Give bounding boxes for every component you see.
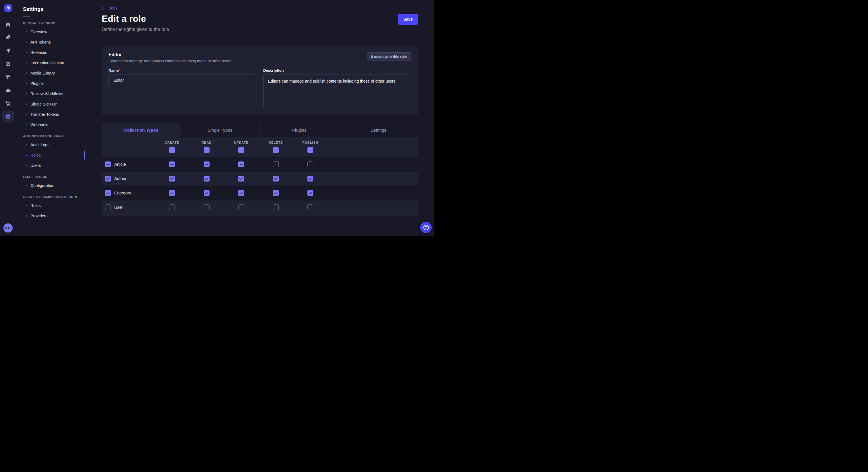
- select-all-create[interactable]: [169, 147, 175, 153]
- tab-collection-types[interactable]: Collection Types: [102, 123, 181, 137]
- checkbox-category-delete[interactable]: [273, 190, 279, 196]
- sidebar-item-api-tokens[interactable]: API Tokens: [16, 37, 85, 47]
- bullet-icon: [26, 93, 27, 94]
- rail-item-media-library[interactable]: [2, 58, 14, 70]
- checkbox-article-delete[interactable]: [273, 162, 279, 167]
- row-name-cell: Category: [105, 190, 155, 196]
- checkbox-category-publish[interactable]: [307, 190, 313, 196]
- help-button[interactable]: ?: [420, 222, 432, 233]
- row-checkbox-user[interactable]: [105, 204, 111, 210]
- bullet-icon: [26, 103, 27, 105]
- role-card-heading: Editor Editors can manage and publish co…: [108, 52, 232, 63]
- checkbox-category-create[interactable]: [169, 190, 175, 196]
- checkbox-author-publish[interactable]: [307, 176, 313, 181]
- sidebar-item-label: Single Sign-On: [30, 102, 57, 106]
- sidebar-item-label: Releases: [30, 50, 47, 55]
- checkbox-article-create[interactable]: [169, 162, 175, 167]
- rail-item-layout[interactable]: [2, 71, 14, 83]
- sidebar-item-audit-logs[interactable]: Audit Logs: [16, 140, 85, 150]
- name-input[interactable]: [108, 74, 256, 86]
- select-all-publish[interactable]: [307, 147, 313, 153]
- checkbox-user-publish[interactable]: [307, 204, 313, 210]
- permissions-table: CREATEREADUPDATEDELETEPUBLISH ArticleAut…: [102, 137, 418, 216]
- rail-item-paper-plane[interactable]: [2, 45, 14, 57]
- select-all-read[interactable]: [204, 147, 210, 153]
- checkbox-article-update[interactable]: [238, 162, 244, 167]
- rail-item-cloud[interactable]: [2, 85, 14, 96]
- checkbox-article-read[interactable]: [204, 162, 210, 167]
- sidebar-item-label: Webhooks: [30, 123, 50, 127]
- rail-item-feather[interactable]: [2, 32, 14, 43]
- back-link[interactable]: Back: [102, 6, 117, 10]
- tab-settings[interactable]: Settings: [339, 123, 418, 137]
- sidebar-item-configuration[interactable]: Configuration: [16, 180, 85, 191]
- sidebar-item-review-workflows[interactable]: Review Workflows: [16, 89, 85, 99]
- save-button[interactable]: Save: [398, 14, 418, 25]
- subnav-section-label: USERS & PERMISSIONS PLUGIN: [23, 195, 79, 199]
- sidebar-item-overview[interactable]: Overview: [16, 27, 85, 37]
- sidebar-item-label: Roles: [30, 203, 41, 208]
- checkbox-author-create[interactable]: [169, 176, 175, 181]
- sidebar-item-label: Roles: [30, 153, 41, 158]
- checkbox-user-create[interactable]: [169, 204, 175, 210]
- sidebar-item-single-sign-on[interactable]: Single Sign-On: [16, 99, 85, 109]
- tab-plugins[interactable]: Plugins: [259, 123, 339, 137]
- checkbox-category-read[interactable]: [204, 190, 210, 196]
- subnav-section-label: ADMINISTRATION PANEL: [23, 134, 79, 138]
- role-fields: Name* Description Editors can manage and…: [108, 68, 411, 109]
- name-label: Name*: [108, 68, 120, 72]
- row-checkbox-category[interactable]: [105, 190, 111, 196]
- checkbox-author-read[interactable]: [204, 176, 210, 181]
- role-name-heading: Editor: [108, 52, 232, 57]
- cloud-icon: [5, 88, 11, 93]
- back-label: Back: [108, 6, 117, 10]
- sidebar-item-label: Internationalization: [30, 61, 64, 65]
- content-type-name: User: [114, 205, 123, 210]
- description-label: Description: [263, 68, 284, 72]
- row-checkbox-author[interactable]: [105, 176, 111, 181]
- row-name-cell: User: [105, 204, 155, 210]
- bullet-icon: [26, 215, 27, 216]
- checkbox-user-delete[interactable]: [273, 204, 279, 210]
- users-with-role-badge[interactable]: 0 users with this role: [367, 52, 411, 61]
- required-asterisk: *: [119, 68, 120, 72]
- sidebar-item-releases[interactable]: Releases: [16, 47, 85, 58]
- checkbox-author-update[interactable]: [238, 176, 244, 181]
- rail-item-cart[interactable]: [2, 98, 14, 109]
- select-all-delete[interactable]: [273, 147, 279, 153]
- sidebar-item-internationalization[interactable]: Internationalization: [16, 58, 85, 68]
- content-type-name: Article: [114, 162, 126, 167]
- bullet-icon: [26, 205, 27, 206]
- sidebar-item-webhooks[interactable]: Webhooks: [16, 120, 85, 130]
- checkbox-user-update[interactable]: [238, 204, 244, 210]
- question-mark-icon: ?: [423, 225, 429, 230]
- sidebar-item-plugins[interactable]: Plugins: [16, 78, 85, 89]
- rail-item-settings-gear[interactable]: [2, 111, 14, 123]
- content-type-name: Category: [114, 191, 131, 195]
- sidebar-item-media-library[interactable]: Media Library: [16, 68, 85, 78]
- description-input[interactable]: Editors can manage and publish contents …: [263, 74, 411, 108]
- sidebar-item-users[interactable]: Users: [16, 160, 85, 171]
- strapi-logo-icon[interactable]: [4, 4, 12, 12]
- select-all-update[interactable]: [238, 147, 244, 153]
- checkbox-user-read[interactable]: [204, 204, 210, 210]
- avatar[interactable]: KD: [3, 224, 12, 233]
- checkbox-category-update[interactable]: [238, 190, 244, 196]
- bullet-icon: [26, 31, 27, 32]
- description-field-group: Description Editors can manage and publi…: [263, 68, 411, 109]
- subnav-divider: [23, 16, 30, 17]
- sidebar-item-transfer-tokens[interactable]: Transfer Tokens: [16, 109, 85, 120]
- sidebar-item-roles[interactable]: Roles: [16, 200, 85, 211]
- logo-area: [0, 0, 16, 16]
- row-checkbox-article[interactable]: [105, 162, 111, 167]
- tab-single-types[interactable]: Single Types: [181, 123, 259, 137]
- sidebar-item-providers[interactable]: Providers: [16, 211, 85, 221]
- checkbox-author-delete[interactable]: [273, 176, 279, 181]
- checkbox-article-publish[interactable]: [307, 162, 313, 167]
- rail-item-home[interactable]: [2, 19, 14, 30]
- sidebar-item-roles[interactable]: Roles: [16, 150, 85, 160]
- sidebar-item-label: Users: [30, 163, 41, 168]
- settings-gear-icon: [5, 114, 11, 120]
- settings-subnav: Settings GLOBAL SETTINGSOverviewAPI Toke…: [16, 0, 86, 236]
- home-icon: [5, 22, 11, 27]
